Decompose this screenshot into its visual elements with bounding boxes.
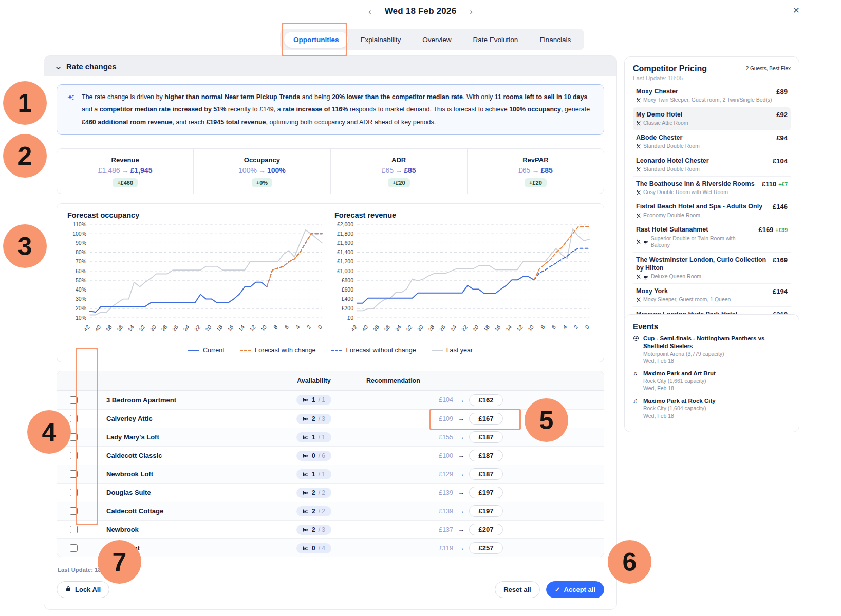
arrow-right-icon: →: [458, 415, 464, 422]
competitor-row[interactable]: My Demo HotelClassic Attic Room£92: [633, 107, 791, 130]
svg-text:28: 28: [427, 324, 436, 332]
date-header: ‹ Wed 18 Feb 2026 ›: [0, 0, 841, 23]
table-row: Douglas Suite2/ 2£139→£197: [57, 483, 604, 502]
competitor-main: The Westminster London, Curio Collection…: [636, 256, 769, 280]
svg-text:8: 8: [539, 324, 546, 330]
competitor-room-text: Economy Double Room: [643, 212, 700, 219]
availability-current: 2: [312, 526, 315, 533]
recommended-price-pill[interactable]: £197: [469, 487, 503, 498]
event-venue: Rock City (1,604 capacity): [643, 405, 716, 412]
svg-text:24: 24: [450, 324, 458, 332]
availability-cell: 2/ 3: [269, 525, 359, 535]
row-checkbox[interactable]: [70, 544, 78, 552]
svg-text:16: 16: [227, 324, 235, 332]
series-current: [90, 282, 267, 312]
revenue-chart-svg: £0£200£400£600£800£1,000£1,200£1,400£1,6…: [330, 220, 595, 342]
row-checkbox[interactable]: [70, 396, 78, 404]
competitor-price-delta: +£39: [775, 227, 788, 233]
arrow-right-icon: →: [120, 166, 130, 175]
competitor-row[interactable]: Rast Hotel SultanahmetSuperior Double or…: [633, 222, 791, 253]
tab-rate-evolution[interactable]: Rate Evolution: [464, 32, 528, 48]
close-icon[interactable]: ✕: [793, 6, 800, 15]
availability-badge: 0/ 6: [296, 451, 331, 461]
recommended-price-pill[interactable]: £167: [469, 413, 503, 425]
competitor-row[interactable]: ABode ChesterStandard Double Room£94: [633, 130, 791, 153]
tab-opportunities[interactable]: Opportunities: [284, 32, 348, 48]
tab-financials[interactable]: Financials: [530, 32, 580, 48]
arrow-right-icon: →: [458, 470, 464, 478]
svg-text:20: 20: [472, 324, 480, 332]
page: ‹ Wed 18 Feb 2026 › ✕ OpportunitiesExpla…: [0, 0, 841, 616]
event-item: ♫Maximo Park and Art BrutRock City (1,66…: [633, 370, 791, 392]
competitor-name: Moxy York: [636, 287, 769, 295]
row-checkbox-cell: [57, 396, 90, 404]
competitor-rows: Moxy ChesterMoxy Twin Sleeper, Guest roo…: [633, 84, 791, 344]
competitor-row[interactable]: Moxy YorkMoxy Sleeper, Guest room, 1 Que…: [633, 284, 791, 307]
competitor-main: Fistral Beach Hotel and Spa - Adults Onl…: [636, 202, 769, 219]
competitor-price: £194: [773, 287, 788, 303]
rate-table-header: Availability Recommendation: [57, 371, 604, 391]
event-date: Wed, Feb 18: [643, 412, 716, 419]
bed-icon: [303, 434, 309, 440]
recommended-price-pill[interactable]: £207: [469, 524, 503, 535]
competitor-row[interactable]: The Boathouse Inn & Riverside RoomsCosy …: [633, 177, 791, 200]
recommended-price-pill[interactable]: £162: [469, 394, 503, 406]
metric-values: 100%→100%: [194, 166, 330, 175]
metric-from-value: 100%: [238, 166, 257, 175]
bed-icon: [303, 453, 309, 459]
event-date: Wed, Feb 18: [643, 357, 791, 364]
tab-explainability[interactable]: Explainability: [351, 32, 410, 48]
recommended-price-pill[interactable]: £187: [469, 431, 503, 443]
row-checkbox[interactable]: [70, 415, 78, 422]
competitor-row[interactable]: The Westminster London, Curio Collection…: [633, 253, 791, 284]
competitor-main: The Boathouse Inn & Riverside RoomsCosy …: [636, 180, 758, 196]
recommendation-cell: £119→£257: [359, 542, 604, 554]
reset-all-button[interactable]: Reset all: [495, 581, 539, 598]
row-checkbox[interactable]: [70, 507, 78, 515]
row-checkbox[interactable]: [70, 452, 78, 459]
svg-text:28: 28: [160, 324, 169, 332]
competitor-room-text: Moxy Sleeper, Guest room, 1 Queen: [643, 296, 731, 303]
table-row: Caldecott Classic0/ 6£100→£187: [57, 446, 604, 465]
rate-changes-header[interactable]: Rate changes: [44, 56, 616, 76]
svg-text:6: 6: [284, 324, 290, 330]
recommendation-cell: £137→£207: [359, 524, 604, 535]
svg-text:30%: 30%: [76, 296, 86, 302]
availability-total: / 2: [319, 508, 325, 515]
competitor-row[interactable]: Fistral Beach Hotel and Spa - Adults Onl…: [633, 199, 791, 222]
room-name: Caldecott Cottage: [90, 507, 269, 515]
recommended-price-pill[interactable]: £257: [469, 542, 503, 554]
row-checkbox[interactable]: [70, 526, 78, 533]
competitor-row[interactable]: Moxy ChesterMoxy Twin Sleeper, Guest roo…: [633, 84, 791, 107]
svg-text:£400: £400: [342, 296, 354, 302]
legend-label: Forecast with change: [255, 346, 316, 354]
next-day-button[interactable]: ›: [470, 7, 473, 16]
breakfast-cup-icon: [643, 274, 649, 280]
recommended-price-pill[interactable]: £197: [469, 505, 503, 517]
lock-all-button[interactable]: Lock All: [57, 581, 109, 598]
recommended-price-pill[interactable]: £187: [469, 468, 503, 480]
competitor-main: Moxy YorkMoxy Sleeper, Guest room, 1 Que…: [636, 287, 769, 303]
prev-day-button[interactable]: ‹: [368, 7, 371, 16]
svg-text:110%: 110%: [73, 221, 86, 227]
competitor-row[interactable]: Leonardo Hotel ChesterStandard Double Ro…: [633, 153, 791, 177]
arrow-right-icon: →: [458, 433, 464, 441]
event-body: Maximo Park and Art BrutRock City (1,661…: [643, 370, 716, 392]
recommended-price-pill[interactable]: £187: [469, 450, 503, 461]
tab-overview[interactable]: Overview: [413, 32, 460, 48]
svg-text:0: 0: [584, 324, 590, 330]
row-checkbox[interactable]: [70, 433, 78, 441]
current-price: £137: [439, 526, 453, 533]
event-venue: Rock City (1,661 capacity): [643, 377, 716, 384]
svg-text:2: 2: [573, 324, 579, 330]
current-price: £109: [439, 415, 453, 422]
legend-item-fc_with: Forecast with change: [240, 346, 316, 354]
svg-text:10: 10: [527, 324, 535, 332]
row-checkbox[interactable]: [70, 489, 78, 496]
event-venue: Motorpoint Arena (3,779 capacity): [643, 350, 791, 357]
metric-values: £1,486→£1,945: [57, 166, 193, 175]
accept-all-button[interactable]: ✓ Accept all: [546, 581, 604, 598]
row-checkbox[interactable]: [70, 470, 78, 478]
svg-text:6: 6: [551, 324, 557, 330]
metric-to-value: £1,945: [130, 166, 153, 175]
